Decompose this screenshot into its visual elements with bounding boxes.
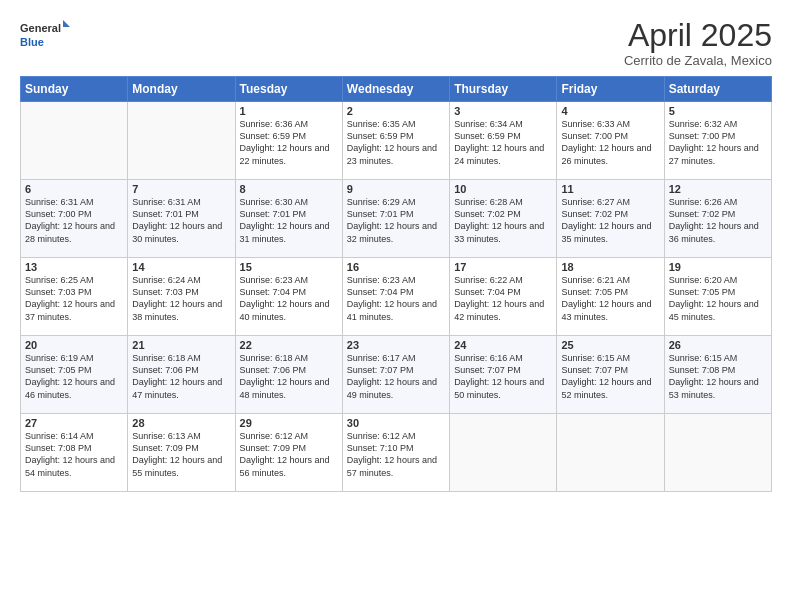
day-info: Sunrise: 6:31 AMSunset: 7:00 PMDaylight:… [25,196,123,245]
day-cell-0-0 [21,102,128,180]
day-number: 17 [454,261,552,273]
day-info: Sunrise: 6:15 AMSunset: 7:08 PMDaylight:… [669,352,767,401]
col-sunday: Sunday [21,77,128,102]
col-wednesday: Wednesday [342,77,449,102]
week-row-3: 13Sunrise: 6:25 AMSunset: 7:03 PMDayligh… [21,258,772,336]
day-number: 12 [669,183,767,195]
col-saturday: Saturday [664,77,771,102]
day-cell-3-5: 25Sunrise: 6:15 AMSunset: 7:07 PMDayligh… [557,336,664,414]
day-info: Sunrise: 6:23 AMSunset: 7:04 PMDaylight:… [347,274,445,323]
day-info: Sunrise: 6:19 AMSunset: 7:05 PMDaylight:… [25,352,123,401]
day-cell-0-3: 2Sunrise: 6:35 AMSunset: 6:59 PMDaylight… [342,102,449,180]
day-cell-4-6 [664,414,771,492]
main-title: April 2025 [624,18,772,53]
svg-text:General: General [20,22,61,34]
day-cell-1-2: 8Sunrise: 6:30 AMSunset: 7:01 PMDaylight… [235,180,342,258]
day-info: Sunrise: 6:21 AMSunset: 7:05 PMDaylight:… [561,274,659,323]
day-info: Sunrise: 6:30 AMSunset: 7:01 PMDaylight:… [240,196,338,245]
day-cell-0-5: 4Sunrise: 6:33 AMSunset: 7:00 PMDaylight… [557,102,664,180]
day-cell-1-6: 12Sunrise: 6:26 AMSunset: 7:02 PMDayligh… [664,180,771,258]
day-cell-4-2: 29Sunrise: 6:12 AMSunset: 7:09 PMDayligh… [235,414,342,492]
day-info: Sunrise: 6:33 AMSunset: 7:00 PMDaylight:… [561,118,659,167]
week-row-2: 6Sunrise: 6:31 AMSunset: 7:00 PMDaylight… [21,180,772,258]
day-cell-3-1: 21Sunrise: 6:18 AMSunset: 7:06 PMDayligh… [128,336,235,414]
day-info: Sunrise: 6:25 AMSunset: 7:03 PMDaylight:… [25,274,123,323]
day-info: Sunrise: 6:26 AMSunset: 7:02 PMDaylight:… [669,196,767,245]
day-number: 23 [347,339,445,351]
day-info: Sunrise: 6:15 AMSunset: 7:07 PMDaylight:… [561,352,659,401]
day-cell-2-0: 13Sunrise: 6:25 AMSunset: 7:03 PMDayligh… [21,258,128,336]
day-number: 5 [669,105,767,117]
day-cell-3-3: 23Sunrise: 6:17 AMSunset: 7:07 PMDayligh… [342,336,449,414]
day-cell-0-4: 3Sunrise: 6:34 AMSunset: 6:59 PMDaylight… [450,102,557,180]
day-cell-4-5 [557,414,664,492]
week-row-1: 1Sunrise: 6:36 AMSunset: 6:59 PMDaylight… [21,102,772,180]
day-cell-3-0: 20Sunrise: 6:19 AMSunset: 7:05 PMDayligh… [21,336,128,414]
day-info: Sunrise: 6:20 AMSunset: 7:05 PMDaylight:… [669,274,767,323]
day-number: 1 [240,105,338,117]
day-cell-2-4: 17Sunrise: 6:22 AMSunset: 7:04 PMDayligh… [450,258,557,336]
day-number: 13 [25,261,123,273]
week-row-4: 20Sunrise: 6:19 AMSunset: 7:05 PMDayligh… [21,336,772,414]
day-info: Sunrise: 6:35 AMSunset: 6:59 PMDaylight:… [347,118,445,167]
day-cell-3-4: 24Sunrise: 6:16 AMSunset: 7:07 PMDayligh… [450,336,557,414]
day-info: Sunrise: 6:28 AMSunset: 7:02 PMDaylight:… [454,196,552,245]
day-number: 7 [132,183,230,195]
day-info: Sunrise: 6:27 AMSunset: 7:02 PMDaylight:… [561,196,659,245]
day-number: 10 [454,183,552,195]
col-friday: Friday [557,77,664,102]
day-info: Sunrise: 6:34 AMSunset: 6:59 PMDaylight:… [454,118,552,167]
day-cell-4-0: 27Sunrise: 6:14 AMSunset: 7:08 PMDayligh… [21,414,128,492]
day-number: 22 [240,339,338,351]
day-cell-2-5: 18Sunrise: 6:21 AMSunset: 7:05 PMDayligh… [557,258,664,336]
day-number: 28 [132,417,230,429]
day-number: 6 [25,183,123,195]
calendar-header-row: Sunday Monday Tuesday Wednesday Thursday… [21,77,772,102]
day-info: Sunrise: 6:36 AMSunset: 6:59 PMDaylight:… [240,118,338,167]
day-number: 3 [454,105,552,117]
day-cell-1-3: 9Sunrise: 6:29 AMSunset: 7:01 PMDaylight… [342,180,449,258]
day-info: Sunrise: 6:14 AMSunset: 7:08 PMDaylight:… [25,430,123,479]
day-cell-0-6: 5Sunrise: 6:32 AMSunset: 7:00 PMDaylight… [664,102,771,180]
day-info: Sunrise: 6:23 AMSunset: 7:04 PMDaylight:… [240,274,338,323]
day-info: Sunrise: 6:12 AMSunset: 7:10 PMDaylight:… [347,430,445,479]
day-cell-4-1: 28Sunrise: 6:13 AMSunset: 7:09 PMDayligh… [128,414,235,492]
day-cell-2-6: 19Sunrise: 6:20 AMSunset: 7:05 PMDayligh… [664,258,771,336]
logo-svg: General Blue [20,18,70,54]
day-info: Sunrise: 6:31 AMSunset: 7:01 PMDaylight:… [132,196,230,245]
page: General Blue April 2025 Cerrito de Zaval… [0,0,792,612]
day-cell-1-1: 7Sunrise: 6:31 AMSunset: 7:01 PMDaylight… [128,180,235,258]
logo: General Blue [20,18,70,54]
day-cell-0-2: 1Sunrise: 6:36 AMSunset: 6:59 PMDaylight… [235,102,342,180]
day-info: Sunrise: 6:13 AMSunset: 7:09 PMDaylight:… [132,430,230,479]
day-number: 21 [132,339,230,351]
day-info: Sunrise: 6:17 AMSunset: 7:07 PMDaylight:… [347,352,445,401]
day-number: 27 [25,417,123,429]
day-cell-2-1: 14Sunrise: 6:24 AMSunset: 7:03 PMDayligh… [128,258,235,336]
day-info: Sunrise: 6:22 AMSunset: 7:04 PMDaylight:… [454,274,552,323]
subtitle: Cerrito de Zavala, Mexico [624,53,772,68]
week-row-5: 27Sunrise: 6:14 AMSunset: 7:08 PMDayligh… [21,414,772,492]
day-cell-3-2: 22Sunrise: 6:18 AMSunset: 7:06 PMDayligh… [235,336,342,414]
day-number: 26 [669,339,767,351]
day-number: 30 [347,417,445,429]
day-info: Sunrise: 6:16 AMSunset: 7:07 PMDaylight:… [454,352,552,401]
day-number: 15 [240,261,338,273]
day-info: Sunrise: 6:18 AMSunset: 7:06 PMDaylight:… [132,352,230,401]
day-info: Sunrise: 6:32 AMSunset: 7:00 PMDaylight:… [669,118,767,167]
day-cell-1-0: 6Sunrise: 6:31 AMSunset: 7:00 PMDaylight… [21,180,128,258]
day-number: 4 [561,105,659,117]
day-number: 20 [25,339,123,351]
col-thursday: Thursday [450,77,557,102]
day-cell-4-3: 30Sunrise: 6:12 AMSunset: 7:10 PMDayligh… [342,414,449,492]
day-number: 19 [669,261,767,273]
day-number: 25 [561,339,659,351]
svg-text:Blue: Blue [20,36,44,48]
day-number: 18 [561,261,659,273]
day-number: 9 [347,183,445,195]
day-cell-1-4: 10Sunrise: 6:28 AMSunset: 7:02 PMDayligh… [450,180,557,258]
day-number: 2 [347,105,445,117]
calendar-table: Sunday Monday Tuesday Wednesday Thursday… [20,76,772,492]
day-cell-2-3: 16Sunrise: 6:23 AMSunset: 7:04 PMDayligh… [342,258,449,336]
day-number: 8 [240,183,338,195]
